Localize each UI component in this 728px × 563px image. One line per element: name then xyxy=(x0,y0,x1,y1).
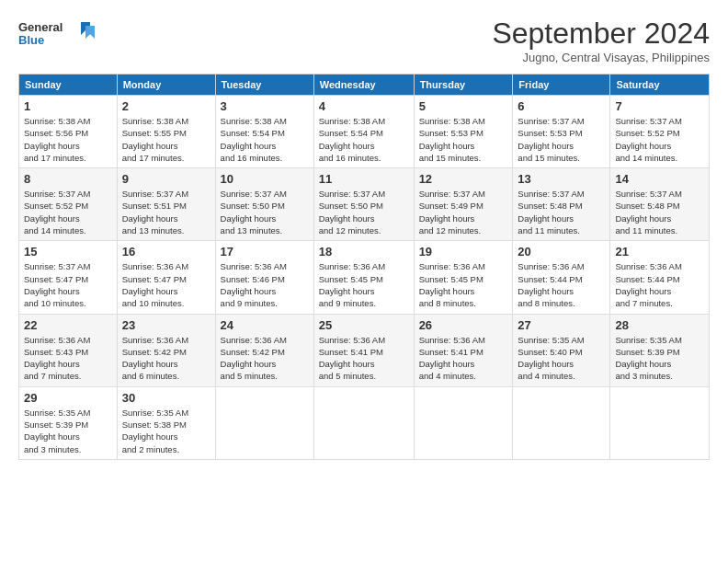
day-number: 9 xyxy=(122,172,210,186)
day-cell: 14 Sunrise: 5:37 AM Sunset: 5:48 PM Dayl… xyxy=(610,168,710,241)
day-info: Sunrise: 5:38 AM Sunset: 5:56 PM Dayligh… xyxy=(24,115,112,164)
day-info: Sunrise: 5:37 AM Sunset: 5:48 PM Dayligh… xyxy=(518,188,605,236)
logo-text: General Blue xyxy=(18,17,101,55)
day-number: 12 xyxy=(419,172,508,186)
day-number: 25 xyxy=(319,318,409,332)
day-cell: 13 Sunrise: 5:37 AM Sunset: 5:48 PM Dayl… xyxy=(513,168,610,241)
day-number: 23 xyxy=(122,318,210,332)
day-number: 10 xyxy=(221,172,309,186)
col-saturday: Saturday xyxy=(610,75,710,96)
location: Jugno, Central Visayas, Philippines xyxy=(492,51,710,64)
day-cell: 30 Sunrise: 5:35 AM Sunset: 5:38 PM Dayl… xyxy=(117,386,215,459)
week-row-3: 15 Sunrise: 5:37 AM Sunset: 5:47 PM Dayl… xyxy=(19,241,710,314)
col-thursday: Thursday xyxy=(414,75,513,96)
day-info: Sunrise: 5:37 AM Sunset: 5:50 PM Dayligh… xyxy=(221,188,309,236)
day-cell: 16 Sunrise: 5:36 AM Sunset: 5:47 PM Dayl… xyxy=(117,241,215,314)
day-cell: 7 Sunrise: 5:37 AM Sunset: 5:52 PM Dayli… xyxy=(610,96,710,168)
day-cell: 3 Sunrise: 5:38 AM Sunset: 5:54 PM Dayli… xyxy=(215,96,313,168)
day-cell xyxy=(313,386,414,459)
day-cell: 27 Sunrise: 5:35 AM Sunset: 5:40 PM Dayl… xyxy=(513,314,610,386)
day-number: 8 xyxy=(24,172,112,186)
day-info: Sunrise: 5:37 AM Sunset: 5:49 PM Dayligh… xyxy=(419,188,508,236)
day-number: 24 xyxy=(221,318,309,332)
day-cell: 24 Sunrise: 5:36 AM Sunset: 5:42 PM Dayl… xyxy=(215,314,313,386)
day-cell: 17 Sunrise: 5:36 AM Sunset: 5:46 PM Dayl… xyxy=(215,241,313,314)
day-cell: 9 Sunrise: 5:37 AM Sunset: 5:51 PM Dayli… xyxy=(117,168,215,241)
svg-text:Blue: Blue xyxy=(18,33,44,47)
day-info: Sunrise: 5:38 AM Sunset: 5:53 PM Dayligh… xyxy=(419,115,508,164)
day-info: Sunrise: 5:36 AM Sunset: 5:46 PM Dayligh… xyxy=(221,260,309,309)
logo: General Blue xyxy=(18,17,101,55)
day-number: 27 xyxy=(518,318,605,332)
day-number: 16 xyxy=(122,245,210,259)
day-number: 7 xyxy=(615,99,704,113)
day-cell: 8 Sunrise: 5:37 AM Sunset: 5:52 PM Dayli… xyxy=(19,168,118,241)
week-row-4: 22 Sunrise: 5:36 AM Sunset: 5:43 PM Dayl… xyxy=(19,314,710,386)
col-wednesday: Wednesday xyxy=(313,75,414,96)
col-monday: Monday xyxy=(117,75,215,96)
header: General Blue September 2024 Jugno, Centr… xyxy=(18,17,710,64)
day-cell: 22 Sunrise: 5:36 AM Sunset: 5:43 PM Dayl… xyxy=(19,314,118,386)
day-cell xyxy=(513,386,610,459)
day-info: Sunrise: 5:36 AM Sunset: 5:45 PM Dayligh… xyxy=(319,260,409,309)
day-cell: 20 Sunrise: 5:36 AM Sunset: 5:44 PM Dayl… xyxy=(513,241,610,314)
day-info: Sunrise: 5:37 AM Sunset: 5:50 PM Dayligh… xyxy=(319,188,409,236)
day-number: 29 xyxy=(24,391,112,405)
svg-marker-3 xyxy=(85,26,95,39)
day-cell: 1 Sunrise: 5:38 AM Sunset: 5:56 PM Dayli… xyxy=(19,96,118,168)
day-info: Sunrise: 5:38 AM Sunset: 5:54 PM Dayligh… xyxy=(221,115,309,164)
day-cell: 28 Sunrise: 5:35 AM Sunset: 5:39 PM Dayl… xyxy=(610,314,710,386)
day-cell: 12 Sunrise: 5:37 AM Sunset: 5:49 PM Dayl… xyxy=(414,168,513,241)
col-tuesday: Tuesday xyxy=(215,75,313,96)
week-row-1: 1 Sunrise: 5:38 AM Sunset: 5:56 PM Dayli… xyxy=(19,96,710,168)
day-cell: 23 Sunrise: 5:36 AM Sunset: 5:42 PM Dayl… xyxy=(117,314,215,386)
day-info: Sunrise: 5:36 AM Sunset: 5:42 PM Dayligh… xyxy=(122,334,210,383)
col-sunday: Sunday xyxy=(19,75,118,96)
day-info: Sunrise: 5:37 AM Sunset: 5:51 PM Dayligh… xyxy=(122,188,210,236)
day-number: 18 xyxy=(319,245,409,259)
day-cell xyxy=(610,386,710,459)
day-info: Sunrise: 5:38 AM Sunset: 5:55 PM Dayligh… xyxy=(122,115,210,164)
calendar-table: Sunday Monday Tuesday Wednesday Thursday… xyxy=(18,74,710,460)
day-cell: 2 Sunrise: 5:38 AM Sunset: 5:55 PM Dayli… xyxy=(117,96,215,168)
day-number: 6 xyxy=(518,99,605,113)
day-cell: 25 Sunrise: 5:36 AM Sunset: 5:41 PM Dayl… xyxy=(313,314,414,386)
day-number: 14 xyxy=(615,172,704,186)
month-title: September 2024 xyxy=(492,17,710,51)
day-cell: 19 Sunrise: 5:36 AM Sunset: 5:45 PM Dayl… xyxy=(414,241,513,314)
day-cell xyxy=(215,386,313,459)
day-cell: 6 Sunrise: 5:37 AM Sunset: 5:53 PM Dayli… xyxy=(513,96,610,168)
week-row-2: 8 Sunrise: 5:37 AM Sunset: 5:52 PM Dayli… xyxy=(19,168,710,241)
svg-text:General: General xyxy=(18,20,63,34)
day-info: Sunrise: 5:38 AM Sunset: 5:54 PM Dayligh… xyxy=(319,115,409,164)
day-number: 4 xyxy=(319,99,409,113)
calendar-page: General Blue September 2024 Jugno, Centr… xyxy=(0,0,728,563)
day-info: Sunrise: 5:36 AM Sunset: 5:41 PM Dayligh… xyxy=(419,334,508,383)
day-number: 30 xyxy=(122,391,210,405)
day-cell: 10 Sunrise: 5:37 AM Sunset: 5:50 PM Dayl… xyxy=(215,168,313,241)
day-info: Sunrise: 5:36 AM Sunset: 5:44 PM Dayligh… xyxy=(615,260,704,309)
day-info: Sunrise: 5:35 AM Sunset: 5:38 PM Dayligh… xyxy=(122,407,210,455)
day-info: Sunrise: 5:37 AM Sunset: 5:53 PM Dayligh… xyxy=(518,115,605,164)
day-number: 22 xyxy=(24,318,112,332)
day-cell: 26 Sunrise: 5:36 AM Sunset: 5:41 PM Dayl… xyxy=(414,314,513,386)
day-info: Sunrise: 5:36 AM Sunset: 5:42 PM Dayligh… xyxy=(221,334,309,383)
day-cell: 21 Sunrise: 5:36 AM Sunset: 5:44 PM Dayl… xyxy=(610,241,710,314)
day-number: 19 xyxy=(419,245,508,259)
day-number: 1 xyxy=(24,99,112,113)
day-info: Sunrise: 5:36 AM Sunset: 5:41 PM Dayligh… xyxy=(319,334,409,383)
day-info: Sunrise: 5:37 AM Sunset: 5:47 PM Dayligh… xyxy=(24,260,112,309)
day-number: 11 xyxy=(319,172,409,186)
day-info: Sunrise: 5:36 AM Sunset: 5:43 PM Dayligh… xyxy=(24,334,112,383)
day-number: 2 xyxy=(122,99,210,113)
day-number: 28 xyxy=(615,318,704,332)
day-cell xyxy=(414,386,513,459)
day-info: Sunrise: 5:37 AM Sunset: 5:52 PM Dayligh… xyxy=(615,115,704,164)
day-number: 5 xyxy=(419,99,508,113)
day-info: Sunrise: 5:36 AM Sunset: 5:45 PM Dayligh… xyxy=(419,260,508,309)
day-info: Sunrise: 5:35 AM Sunset: 5:40 PM Dayligh… xyxy=(518,334,605,383)
day-info: Sunrise: 5:36 AM Sunset: 5:44 PM Dayligh… xyxy=(518,260,605,309)
day-number: 20 xyxy=(518,245,605,259)
day-info: Sunrise: 5:35 AM Sunset: 5:39 PM Dayligh… xyxy=(24,407,112,455)
day-number: 3 xyxy=(221,99,309,113)
